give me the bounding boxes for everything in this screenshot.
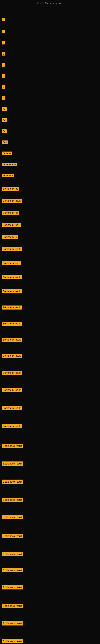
bottleneck-item-34: Bottleneck result bbox=[1, 462, 23, 466]
bottleneck-item-20: Bottleneck re bbox=[1, 235, 18, 239]
bottleneck-label-14: Bottleneck re bbox=[1, 162, 17, 166]
bottleneck-label-16: Bottleneck res bbox=[1, 187, 19, 191]
bottleneck-item-22: Bottleneck resu bbox=[1, 261, 21, 265]
bottleneck-label-11: Bo bbox=[1, 130, 7, 133]
bottleneck-item-37: Bottleneck result bbox=[1, 515, 23, 519]
bottleneck-item-17: Bottleneck result bbox=[1, 199, 22, 203]
bottleneck-item-35: Bottleneck result bbox=[1, 480, 23, 484]
bottleneck-item-8: B bbox=[1, 96, 5, 100]
bottleneck-item-41: Bottleneck result bbox=[1, 585, 23, 590]
site-title: TheBottlenecker.com bbox=[0, 0, 100, 6]
bottleneck-item-14: Bottleneck re bbox=[1, 162, 17, 166]
bottleneck-item-25: Bottleneck result bbox=[1, 306, 22, 310]
bottleneck-label-33: Bottleneck result bbox=[1, 444, 23, 448]
bottleneck-label-31: Bottleneck result bbox=[1, 406, 22, 410]
bottleneck-item-15: Bottleneck bbox=[1, 174, 14, 177]
bottleneck-item-33: Bottleneck result bbox=[1, 444, 23, 448]
bottleneck-item-10: Bot bbox=[1, 118, 7, 122]
bottleneck-item-26: Bottleneck result bbox=[1, 322, 22, 326]
bottleneck-item-2: I bbox=[1, 30, 4, 34]
bottleneck-item-32: Bottleneck result bbox=[1, 424, 22, 428]
bottleneck-item-19: Bottleneck resu bbox=[1, 223, 21, 227]
bottleneck-label-30: Bottleneck result bbox=[1, 388, 22, 392]
bottleneck-label-3: I bbox=[1, 41, 4, 44]
bottleneck-item-44: Bottleneck result bbox=[1, 639, 23, 644]
bottleneck-item-7: E bbox=[1, 85, 5, 89]
bottleneck-label-39: Bottleneck result bbox=[1, 552, 23, 556]
bottleneck-label-21: Bottleneck result bbox=[1, 247, 22, 251]
bottleneck-item-38: Bottleneck result bbox=[1, 534, 23, 538]
bottleneck-item-42: Bottleneck result bbox=[1, 604, 23, 608]
bottleneck-label-42: Bottleneck result bbox=[1, 604, 23, 608]
bottleneck-item-11: Bo bbox=[1, 130, 7, 133]
bottleneck-label-9: Bo bbox=[1, 107, 7, 111]
bottleneck-label-28: Bottleneck result bbox=[1, 354, 22, 358]
bottleneck-item-18: Bottleneck res bbox=[1, 211, 19, 215]
bottleneck-label-25: Bottleneck result bbox=[1, 306, 22, 310]
bottleneck-label-32: Bottleneck result bbox=[1, 424, 22, 428]
bottleneck-label-19: Bottleneck resu bbox=[1, 223, 21, 227]
bottleneck-item-1: | bbox=[1, 18, 4, 21]
bottleneck-label-15: Bottleneck bbox=[1, 174, 14, 177]
bottleneck-label-44: Bottleneck result bbox=[1, 639, 23, 644]
site-title-container: TheBottlenecker.com bbox=[0, 0, 100, 6]
bottleneck-label-20: Bottleneck re bbox=[1, 235, 18, 239]
bottleneck-label-17: Bottleneck result bbox=[1, 199, 22, 203]
bottleneck-label-7: E bbox=[1, 85, 5, 89]
bottleneck-item-13: Bottlene bbox=[1, 152, 12, 155]
bottleneck-label-23: Bottleneck result bbox=[1, 275, 22, 279]
bottleneck-label-1: | bbox=[1, 18, 4, 21]
bottleneck-label-35: Bottleneck result bbox=[1, 480, 23, 484]
bottleneck-item-40: Bottleneck result bbox=[1, 568, 23, 572]
bottleneck-item-16: Bottleneck res bbox=[1, 187, 19, 191]
bottleneck-label-13: Bottlene bbox=[1, 152, 12, 155]
bottleneck-label-5: I bbox=[1, 63, 4, 66]
bottleneck-label-26: Bottleneck result bbox=[1, 322, 22, 326]
bottleneck-item-12: Bott bbox=[1, 140, 8, 144]
bottleneck-label-24: Bottleneck result bbox=[1, 290, 22, 294]
bottleneck-label-12: Bott bbox=[1, 140, 8, 144]
bottleneck-item-28: Bottleneck result bbox=[1, 354, 22, 358]
bottleneck-item-9: Bo bbox=[1, 107, 7, 111]
bottleneck-item-23: Bottleneck result bbox=[1, 275, 22, 279]
bottleneck-item-36: Bottleneck result bbox=[1, 498, 23, 502]
bottleneck-label-2: I bbox=[1, 30, 4, 34]
bottleneck-label-18: Bottleneck res bbox=[1, 211, 19, 215]
bottleneck-item-39: Bottleneck result bbox=[1, 552, 23, 556]
bottleneck-label-43: Bottleneck result bbox=[1, 621, 23, 626]
bottleneck-label-8: B bbox=[1, 96, 5, 100]
bottleneck-label-29: Bottleneck result bbox=[1, 371, 22, 375]
bottleneck-item-31: Bottleneck result bbox=[1, 406, 22, 410]
bottleneck-item-43: Bottleneck result bbox=[1, 621, 23, 626]
bottleneck-label-41: Bottleneck result bbox=[1, 585, 23, 590]
bottleneck-label-4: E bbox=[1, 52, 5, 56]
bottleneck-item-24: Bottleneck result bbox=[1, 290, 22, 294]
bottleneck-label-22: Bottleneck resu bbox=[1, 261, 21, 265]
bottleneck-item-21: Bottleneck result bbox=[1, 247, 22, 251]
bottleneck-item-27: Bottleneck result bbox=[1, 338, 22, 342]
items-wrapper: |IIEIIEBBoBotBoBottBottleneBottleneck re… bbox=[0, 6, 100, 644]
bottleneck-label-38: Bottleneck result bbox=[1, 534, 23, 538]
bottleneck-label-34: Bottleneck result bbox=[1, 462, 23, 466]
bottleneck-item-3: I bbox=[1, 41, 4, 44]
bottleneck-label-37: Bottleneck result bbox=[1, 515, 23, 519]
bottleneck-label-36: Bottleneck result bbox=[1, 498, 23, 502]
bottleneck-item-6: I bbox=[1, 74, 4, 78]
bottleneck-label-40: Bottleneck result bbox=[1, 568, 23, 572]
bottleneck-item-4: E bbox=[1, 52, 5, 56]
bottleneck-item-5: I bbox=[1, 63, 4, 66]
bottleneck-label-6: I bbox=[1, 74, 4, 78]
bottleneck-label-27: Bottleneck result bbox=[1, 338, 22, 342]
bottleneck-item-29: Bottleneck result bbox=[1, 371, 22, 375]
bottleneck-item-30: Bottleneck result bbox=[1, 388, 22, 392]
bottleneck-label-10: Bot bbox=[1, 118, 7, 122]
